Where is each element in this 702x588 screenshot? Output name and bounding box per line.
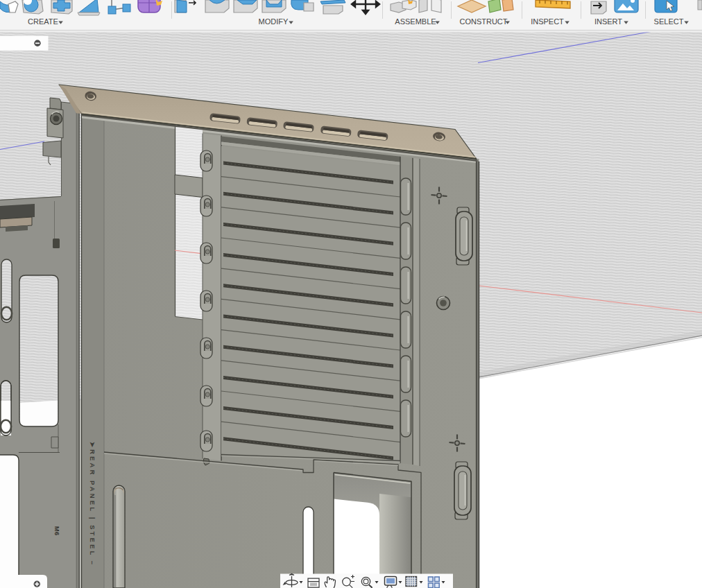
svg-text:INSERT: INSERT bbox=[594, 17, 622, 26]
svg-text:SELECT: SELECT bbox=[654, 17, 684, 26]
svg-text:MODIFY: MODIFY bbox=[259, 17, 289, 26]
svg-text:INSPECT: INSPECT bbox=[531, 17, 564, 26]
svg-text:➤REAR PANEL | STEEL –: ➤REAR PANEL | STEEL – bbox=[89, 442, 96, 567]
svg-text:M6: M6 bbox=[53, 526, 60, 536]
svg-text:CREATE: CREATE bbox=[28, 17, 58, 26]
svg-text:CONSTRUCT: CONSTRUCT bbox=[459, 17, 507, 26]
svg-text:ASSEMBLE: ASSEMBLE bbox=[395, 17, 436, 26]
